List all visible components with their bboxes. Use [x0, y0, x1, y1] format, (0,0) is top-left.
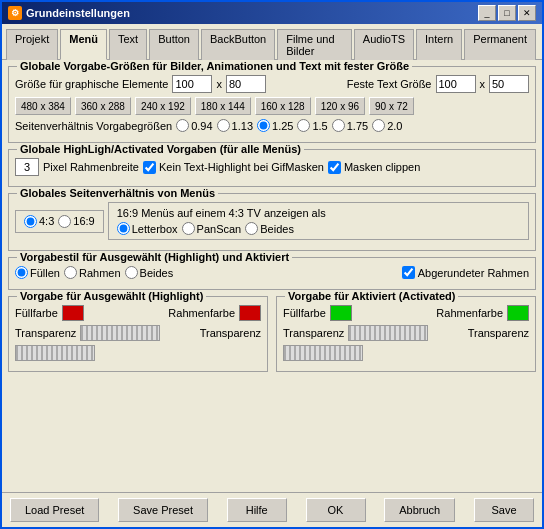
tab-permanent[interactable]: Permanent	[464, 29, 536, 60]
tab-backbutton[interactable]: BackButton	[201, 29, 275, 60]
ok-button[interactable]: OK	[306, 498, 366, 522]
colors-section: Vorgabe für Ausgewählt (Highlight) Füllf…	[8, 296, 536, 372]
size-btn-90[interactable]: 90 x 72	[369, 97, 414, 115]
size-btn-180[interactable]: 180 x 144	[195, 97, 251, 115]
tv-beides-radio[interactable]	[245, 222, 258, 235]
style-beides[interactable]: Beides	[125, 266, 174, 279]
tv-panscan-radio[interactable]	[182, 222, 195, 235]
activated-transp-label1: Transparenz	[283, 327, 344, 339]
x-separator-1: x	[216, 78, 222, 90]
rounded-check[interactable]: Abgerundeter Rahmen	[402, 266, 529, 279]
ratio-15-radio[interactable]	[297, 119, 310, 132]
tab-menu[interactable]: Menü	[60, 29, 107, 60]
activated-fill-label: Füllfarbe	[283, 307, 326, 319]
highlight-fill-slider[interactable]	[80, 325, 160, 341]
activated-border-color[interactable]	[507, 305, 529, 321]
main-window: ⚙ Grundeinstellungen _ □ ✕ Projekt Menü …	[0, 0, 544, 529]
ratio-094[interactable]: 0.94	[176, 119, 212, 132]
minimize-button[interactable]: _	[478, 5, 496, 21]
size-btn-240[interactable]: 240 x 192	[135, 97, 191, 115]
aspect-169[interactable]: 16:9	[58, 215, 94, 228]
mask-clip-check[interactable]: Masken clippen	[328, 161, 420, 174]
highlight-fill-color[interactable]	[62, 305, 84, 321]
activated-fill-slider[interactable]	[348, 325, 428, 341]
highlight-border-label: Rahmenfarbe	[168, 307, 235, 319]
maximize-button[interactable]: □	[498, 5, 516, 21]
ratio-15[interactable]: 1.5	[297, 119, 327, 132]
hilfe-button[interactable]: Hilfe	[227, 498, 287, 522]
ratio-label: Seitenverhältnis Vorgabegrößen	[15, 120, 172, 132]
size-btn-480[interactable]: 480 x 384	[15, 97, 71, 115]
ratio-113-radio[interactable]	[217, 119, 230, 132]
ratio-125[interactable]: 1.25	[257, 119, 293, 132]
aspect-169-radio[interactable]	[58, 215, 71, 228]
style-rahmen[interactable]: Rahmen	[64, 266, 121, 279]
text-width-input[interactable]	[436, 75, 476, 93]
ratio-113[interactable]: 1.13	[217, 119, 253, 132]
activated-colors-group: Vorgabe für Aktiviert (Activated) Füllfa…	[276, 296, 536, 372]
ratio-20-radio[interactable]	[372, 119, 385, 132]
no-text-highlight-check[interactable]: Kein Text-Highlight bei GifMasken	[143, 161, 324, 174]
aspect-group: Globales Seitenverhältnis von Menüs 4:3 …	[8, 193, 536, 251]
global-size-group: Globale Vorgabe-Größen für Bilder, Anima…	[8, 66, 536, 143]
activated-transp-label2: Transparenz	[468, 327, 529, 339]
pixel-width-input[interactable]	[15, 158, 39, 176]
highlight-border-color[interactable]	[239, 305, 261, 321]
style-rahmen-radio[interactable]	[64, 266, 77, 279]
load-preset-button[interactable]: Load Preset	[10, 498, 99, 522]
activated-fill-color[interactable]	[330, 305, 352, 321]
highlight-label: Globale HighLigh/Activated Vorgaben (für…	[17, 143, 304, 155]
tv-beides[interactable]: Beides	[245, 222, 294, 235]
activated-border-slider[interactable]	[283, 345, 363, 361]
x-separator-2: x	[480, 78, 486, 90]
rounded-checkbox[interactable]	[402, 266, 415, 279]
style-fill-radio[interactable]	[15, 266, 28, 279]
abbruch-button[interactable]: Abbruch	[384, 498, 455, 522]
tv-letterbox[interactable]: Letterbox	[117, 222, 178, 235]
aspect-label: Globales Seitenverhältnis von Menüs	[17, 187, 218, 199]
size-btn-160[interactable]: 160 x 128	[255, 97, 311, 115]
rounded-text: Abgerundeter Rahmen	[418, 267, 529, 279]
bottom-bar: Load Preset Save Preset Hilfe OK Abbruch…	[2, 492, 542, 527]
text-height-input[interactable]	[489, 75, 529, 93]
ratio-175[interactable]: 1.75	[332, 119, 368, 132]
highlight-transp-label2: Transparenz	[200, 327, 261, 339]
graphik-width-input[interactable]	[172, 75, 212, 93]
text-size-label: Feste Text Größe	[347, 78, 432, 90]
window-icon: ⚙	[8, 6, 22, 20]
mask-clip-checkbox[interactable]	[328, 161, 341, 174]
highlight-border-slider[interactable]	[15, 345, 95, 361]
tab-text[interactable]: Text	[109, 29, 147, 60]
tab-intern[interactable]: Intern	[416, 29, 462, 60]
ratio-094-radio[interactable]	[176, 119, 189, 132]
style-beides-radio[interactable]	[125, 266, 138, 279]
tab-bar: Projekt Menü Text Button BackButton Film…	[2, 24, 542, 60]
graphik-height-input[interactable]	[226, 75, 266, 93]
ratio-175-radio[interactable]	[332, 119, 345, 132]
save-preset-button[interactable]: Save Preset	[118, 498, 208, 522]
mask-clip-text: Masken clippen	[344, 161, 420, 173]
ratio-20[interactable]: 2.0	[372, 119, 402, 132]
tab-projekt[interactable]: Projekt	[6, 29, 58, 60]
aspect-43[interactable]: 4:3	[24, 215, 54, 228]
tab-audiots[interactable]: AudioTS	[354, 29, 414, 60]
size-btn-120[interactable]: 120 x 96	[315, 97, 365, 115]
close-button[interactable]: ✕	[518, 5, 536, 21]
highlight-style-label: Vorgabestil für Ausgewählt (Highlight) u…	[17, 251, 292, 263]
tv-label: 16:9 Menüs auf einem 4:3 TV anzeigen als	[117, 207, 520, 219]
tv-panscan[interactable]: PanScan	[182, 222, 242, 235]
tab-button[interactable]: Button	[149, 29, 199, 60]
highlight-style-group: Vorgabestil für Ausgewählt (Highlight) u…	[8, 257, 536, 290]
highlight-fill-label: Füllfarbe	[15, 307, 58, 319]
save-button[interactable]: Save	[474, 498, 534, 522]
no-text-highlight-checkbox[interactable]	[143, 161, 156, 174]
tv-letterbox-radio[interactable]	[117, 222, 130, 235]
title-bar-buttons: _ □ ✕	[478, 5, 536, 21]
highlight-transp-label1: Transparenz	[15, 327, 76, 339]
tab-filme[interactable]: Filme und Bilder	[277, 29, 352, 60]
size-btn-360[interactable]: 360 x 288	[75, 97, 131, 115]
ratio-125-radio[interactable]	[257, 119, 270, 132]
style-fill[interactable]: Füllen	[15, 266, 60, 279]
window-title: Grundeinstellungen	[26, 7, 130, 19]
aspect-43-radio[interactable]	[24, 215, 37, 228]
